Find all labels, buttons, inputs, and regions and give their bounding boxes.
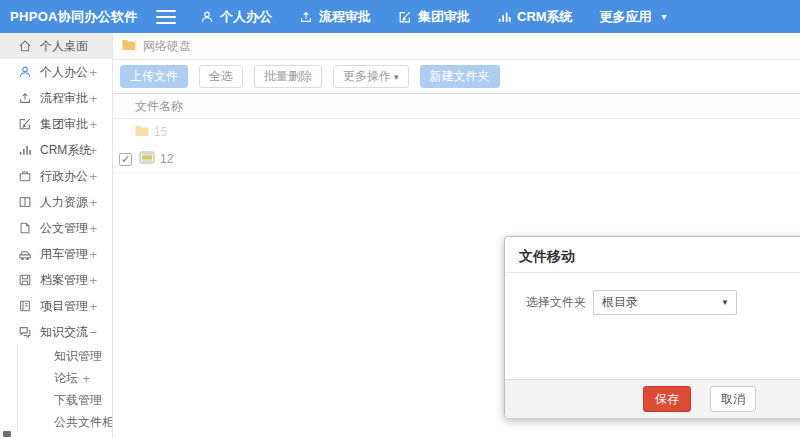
home-icon (18, 39, 32, 53)
sidebar-item-workflow-approval[interactable]: 流程审批 + (0, 85, 112, 111)
menu-toggle-icon[interactable] (156, 10, 176, 24)
sidebar-item-vehicle-management[interactable]: 用车管理 + (0, 241, 112, 267)
sidebar-subitem-knowledge-management[interactable]: 知识管理 (18, 345, 112, 367)
sidebar: 个人桌面 个人办公 + 流程审批 + 集团审批 + CRM系统 + 行政办公 + (0, 33, 113, 438)
edit-icon (18, 117, 32, 131)
cancel-button[interactable]: 取消 (710, 386, 756, 412)
chat-bubbles-icon (18, 325, 32, 339)
topbar: PHPOA协同办公软件 个人办公 流程审批 集团审批 CRM系统 更多应用 ▾ (0, 0, 800, 33)
dialog-title: 文件移动 (519, 248, 575, 264)
expand-plus[interactable]: + (89, 273, 97, 288)
export-box-icon (18, 91, 32, 105)
export-box-icon (299, 10, 313, 24)
file-icon (139, 151, 155, 167)
expand-plus[interactable]: + (89, 143, 97, 158)
app-logo: PHPOA协同办公软件 (0, 8, 148, 26)
folder-icon (134, 124, 149, 140)
sidebar-subitem-download-management[interactable]: 下载管理 (18, 389, 112, 411)
dialog-body: 选择文件夹 根目录 ▼ (505, 273, 800, 379)
topnav-personal-office[interactable]: 个人办公 (200, 8, 272, 26)
collapse-minus[interactable]: − (89, 325, 97, 340)
caret-down-icon: ▾ (662, 12, 667, 22)
expand-plus[interactable]: + (89, 195, 97, 210)
expand-plus[interactable]: + (89, 65, 97, 80)
caret-down-icon: ▾ (394, 72, 399, 82)
sidebar-item-group-approval[interactable]: 集团审批 + (0, 111, 112, 137)
expand-plus[interactable]: + (82, 371, 90, 386)
table-row-file-12[interactable]: 12 (113, 146, 800, 173)
sidebar-item-crm-system[interactable]: CRM系统 + (0, 137, 112, 163)
new-folder-button[interactable]: 新建文件夹 (420, 65, 500, 88)
more-operations-button[interactable]: 更多操作 ▾ (333, 65, 409, 88)
select-caret-icon: ▼ (721, 291, 729, 314)
archive-icon (18, 273, 32, 287)
expand-plus[interactable]: + (89, 169, 97, 184)
save-button[interactable]: 保存 (643, 386, 691, 412)
topnav-crm-system[interactable]: CRM系统 (497, 8, 573, 26)
breadcrumb: 网络硬盘 (113, 33, 800, 60)
file-name[interactable]: 12 (160, 152, 173, 166)
sidebar-item-project-management[interactable]: 项目管理 + (0, 293, 112, 319)
sidebar-submenu: 知识管理 论坛 + 下载管理 公共文件柜 (17, 345, 112, 433)
sidebar-item-human-resources[interactable]: 人力资源 + (0, 189, 112, 215)
toolbar: 上传文件 全选 批量删除 更多操作 ▾ 新建文件夹 (113, 60, 800, 93)
sidebar-item-personal-office[interactable]: 个人办公 + (0, 59, 112, 85)
table-header-filename: 文件名称 (113, 94, 800, 119)
sidebar-item-administration[interactable]: 行政办公 + (0, 163, 112, 189)
folder-select-value: 根目录 (602, 295, 638, 309)
file-name[interactable]: 15 (154, 125, 167, 139)
edit-icon (398, 10, 412, 24)
folder-icon (121, 38, 136, 54)
app-window: PHPOA协同办公软件 个人办公 流程审批 集团审批 CRM系统 更多应用 ▾ (0, 0, 800, 438)
expand-plus[interactable]: + (89, 221, 97, 236)
expand-plus[interactable]: + (89, 91, 97, 106)
file-table: 文件名称 15 12 (113, 93, 800, 173)
dialog-header: 文件移动 (505, 237, 800, 273)
batch-delete-button[interactable]: 批量删除 (254, 65, 322, 88)
breadcrumb-label: 网络硬盘 (143, 38, 191, 55)
expand-plus[interactable]: + (89, 247, 97, 262)
sidebar-item-document-management[interactable]: 公文管理 + (0, 215, 112, 241)
sidebar-item-desktop[interactable]: 个人桌面 (0, 33, 112, 59)
person-icon (18, 65, 32, 79)
person-icon (200, 10, 214, 24)
book-icon (18, 195, 32, 209)
sidebar-item-knowledge-exchange[interactable]: 知识交流 − (0, 319, 112, 345)
file-move-dialog: 文件移动 选择文件夹 根目录 ▼ 保存 取消 (504, 236, 800, 418)
select-folder-label: 选择文件夹 (526, 294, 586, 311)
sidebar-item-archive-management[interactable]: 档案管理 + (0, 267, 112, 293)
top-navigation: 个人办公 流程审批 集团审批 CRM系统 更多应用 ▾ (200, 8, 667, 26)
topnav-more-apps[interactable]: 更多应用 ▾ (600, 8, 667, 26)
topnav-workflow-approval[interactable]: 流程审批 (299, 8, 371, 26)
sidebar-subitem-forum[interactable]: 论坛 + (18, 367, 112, 389)
dialog-footer: 保存 取消 (505, 379, 800, 418)
bar-chart-icon (18, 143, 32, 157)
upload-file-button[interactable]: 上传文件 (120, 65, 188, 88)
notebook-icon (18, 299, 32, 313)
expand-plus[interactable]: + (89, 117, 97, 132)
row-checkbox[interactable] (119, 153, 132, 166)
topnav-group-approval[interactable]: 集团审批 (398, 8, 470, 26)
table-row-folder-15[interactable]: 15 (113, 119, 800, 146)
briefcase-icon (18, 169, 32, 183)
bar-chart-icon (497, 10, 511, 24)
folder-select[interactable]: 根目录 ▼ (593, 290, 737, 315)
clipped-sidebar-fragment (3, 431, 11, 437)
sidebar-subitem-public-file-cabinet[interactable]: 公共文件柜 (18, 411, 112, 433)
select-all-button[interactable]: 全选 (199, 65, 243, 88)
file-text-icon (18, 221, 32, 235)
car-icon (18, 247, 32, 261)
expand-plus[interactable]: + (89, 299, 97, 314)
